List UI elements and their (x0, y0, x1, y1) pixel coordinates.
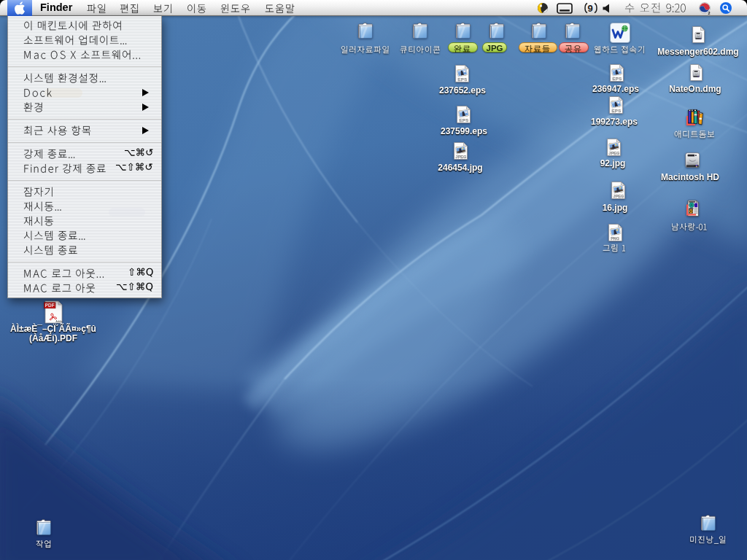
svg-text:9: 9 (588, 3, 593, 14)
svg-text:2: 2 (708, 11, 711, 15)
